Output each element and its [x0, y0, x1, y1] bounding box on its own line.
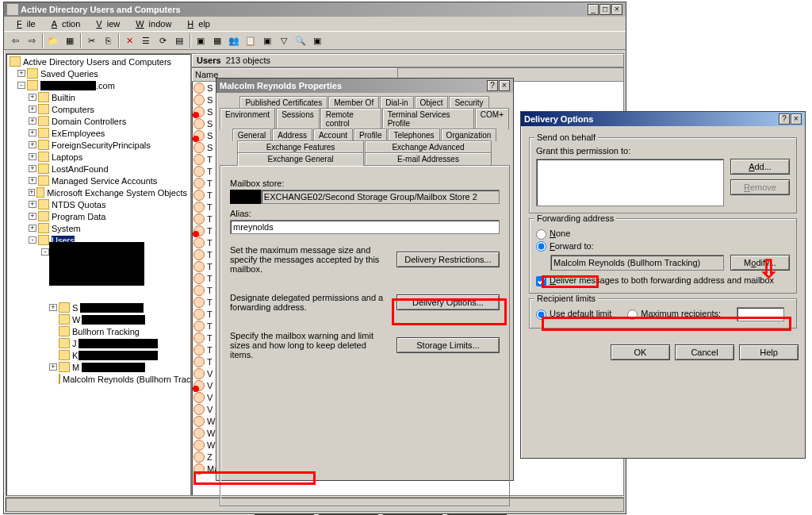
tab-general[interactable]: General: [232, 129, 272, 141]
forward-icon[interactable]: ⇨: [24, 33, 40, 48]
tab-exchange-general[interactable]: Exchange General: [237, 152, 364, 166]
tb-icon-1[interactable]: ▣: [193, 33, 209, 48]
filter-icon[interactable]: ▽: [276, 33, 292, 48]
tree-item-domain-controllers[interactable]: +Domain Controllers: [8, 115, 189, 127]
mailbox-store-field: [261, 190, 500, 204]
menu-window[interactable]: Window: [126, 18, 176, 29]
tab-e-mail-addresses[interactable]: E-mail Addresses: [365, 152, 492, 166]
tree-root[interactable]: Active Directory Users and Computers: [8, 56, 189, 67]
tab-com-[interactable]: COM+: [475, 108, 509, 129]
help-button[interactable]: Help: [739, 344, 799, 360]
tab-object[interactable]: Object: [415, 96, 449, 109]
cut-icon[interactable]: ✂: [83, 33, 99, 48]
tree-redacted[interactable]: +M: [40, 361, 189, 373]
tree-malcolm[interactable]: Malcolm Reynolds (Bullhorn Tracking): [40, 373, 189, 385]
tree-item-managed-service-accounts[interactable]: +Managed Service Accounts: [8, 175, 189, 186]
people-icon[interactable]: 👥: [226, 33, 242, 48]
tree-item-laptops[interactable]: +Laptops: [8, 151, 189, 163]
tb-icon-2[interactable]: ▦: [209, 33, 225, 48]
tab-exchange-features[interactable]: Exchange Features: [237, 140, 364, 153]
tree-item-lostandfound[interactable]: +LostAndFound: [8, 163, 189, 175]
up-folder-icon[interactable]: 📁: [45, 33, 61, 48]
maximize-button[interactable]: □: [599, 4, 611, 15]
tree-item-computers[interactable]: +Computers: [8, 103, 189, 115]
tab-sessions[interactable]: Sessions: [276, 108, 320, 129]
tab-telephones[interactable]: Telephones: [388, 129, 439, 141]
remove-button[interactable]: Remove: [730, 179, 790, 195]
menu-action[interactable]: Action: [42, 18, 86, 29]
delivery-options-button[interactable]: Delivery Options...: [396, 294, 500, 310]
tree-item-exemployees[interactable]: +ExEmployees: [8, 127, 189, 139]
delivery-restrictions-button[interactable]: Delivery Restrictions...: [396, 252, 500, 267]
deliver-both-checkbox[interactable]: Deliver messages to both forwarding addr…: [536, 275, 774, 285]
tab-address[interactable]: Address: [272, 129, 312, 141]
close-button[interactable]: ×: [611, 4, 622, 15]
aduc-title: Active Directory Users and Computers: [21, 5, 588, 14]
tree-item-microsoft-exchange-system-objects[interactable]: +Microsoft Exchange System Objects: [8, 186, 189, 198]
props-titlebar[interactable]: Malcolm Reynolds Properties ? ×: [216, 79, 513, 93]
menu-view[interactable]: View: [86, 18, 124, 29]
tree-item-foreignsecurityprincipals[interactable]: +ForeignSecurityPrincipals: [8, 139, 189, 151]
tree-item-builtin[interactable]: +Builtin: [8, 91, 189, 103]
close-button[interactable]: ×: [791, 113, 802, 125]
copy-icon[interactable]: ⎘: [100, 33, 116, 48]
tree-redacted[interactable]: [40, 258, 189, 270]
tree-redacted[interactable]: +S: [40, 302, 189, 313]
tab-environment[interactable]: Environment: [220, 108, 275, 129]
aduc-titlebar[interactable]: Active Directory Users and Computers _ □…: [4, 2, 626, 17]
radio-none[interactable]: None: [536, 229, 570, 238]
menu-file[interactable]: File: [7, 18, 40, 29]
forwarding-group: Forwarding address None Forward to: Modi…: [529, 218, 797, 294]
alias-field[interactable]: [230, 220, 500, 234]
back-icon[interactable]: ⇦: [7, 33, 23, 48]
show-tree-icon[interactable]: ▦: [62, 33, 78, 48]
tree-redacted[interactable]: W: [40, 313, 189, 325]
tab-profile[interactable]: Profile: [354, 129, 387, 141]
menu-help[interactable]: Help: [178, 18, 215, 29]
tab-terminal-services-profile[interactable]: Terminal Services Profile: [382, 108, 474, 129]
find-icon[interactable]: 🔍: [293, 33, 308, 48]
tab-remote-control[interactable]: Remote control: [320, 108, 381, 129]
tree-bullhorn[interactable]: Bullhorn Tracking: [40, 325, 189, 337]
add-button[interactable]: Add...: [730, 159, 790, 175]
tb-icon-5[interactable]: ▣: [309, 33, 325, 48]
delivery-restrictions-text: Set the maximum message size and specify…: [230, 245, 389, 274]
tree-item-program-data[interactable]: +Program Data: [8, 210, 189, 222]
close-button[interactable]: ×: [499, 80, 510, 91]
help-button[interactable]: ?: [779, 113, 790, 125]
delivery-titlebar[interactable]: Delivery Options ? ×: [521, 112, 805, 126]
user-icon: [193, 297, 205, 308]
refresh-icon[interactable]: ⟳: [155, 33, 170, 48]
properties-icon[interactable]: ☰: [138, 33, 154, 48]
tree-item-ntds-quotas[interactable]: +NTDS Quotas: [8, 198, 189, 210]
tree-domain[interactable]: -.com: [8, 79, 189, 91]
tab-organization[interactable]: Organization: [441, 129, 497, 141]
tab-member-of[interactable]: Member Of: [328, 96, 379, 109]
radio-max-recipients[interactable]: Maximum recipients:: [627, 309, 721, 320]
tree-pane[interactable]: Active Directory Users and Computers +Sa…: [6, 53, 191, 496]
ok-button[interactable]: OK: [611, 344, 670, 360]
modify-button[interactable]: Modify...: [730, 255, 790, 271]
tab-published-certificates[interactable]: Published Certificates: [239, 96, 327, 109]
radio-use-default[interactable]: Use default limit: [536, 309, 611, 320]
delete-icon[interactable]: ✕: [121, 33, 137, 48]
grant-permission-list[interactable]: [536, 159, 724, 206]
tab-dial-in[interactable]: Dial-in: [380, 96, 413, 109]
tree-redacted[interactable]: K: [40, 349, 189, 361]
radio-forward-to[interactable]: Forward to:: [536, 241, 594, 251]
tree-item-system[interactable]: +System: [8, 222, 189, 234]
tab-security[interactable]: Security: [449, 96, 488, 109]
tb-icon-3[interactable]: 📋: [243, 33, 259, 48]
export-icon[interactable]: ▤: [171, 33, 187, 48]
tab-account[interactable]: Account: [313, 129, 353, 141]
user-icon: [193, 356, 205, 367]
tab-exchange-advanced[interactable]: Exchange Advanced: [365, 140, 492, 153]
storage-limits-button[interactable]: Storage Limits...: [396, 337, 500, 353]
help-button[interactable]: ?: [487, 80, 498, 91]
minimize-button[interactable]: _: [588, 4, 599, 15]
tb-icon-4[interactable]: ▣: [259, 33, 275, 48]
tree-redacted[interactable]: J: [40, 337, 189, 349]
cancel-button[interactable]: Cancel: [675, 344, 734, 360]
max-recipients-field[interactable]: [737, 307, 784, 321]
tree-saved-queries[interactable]: +Saved Queries: [8, 67, 189, 79]
